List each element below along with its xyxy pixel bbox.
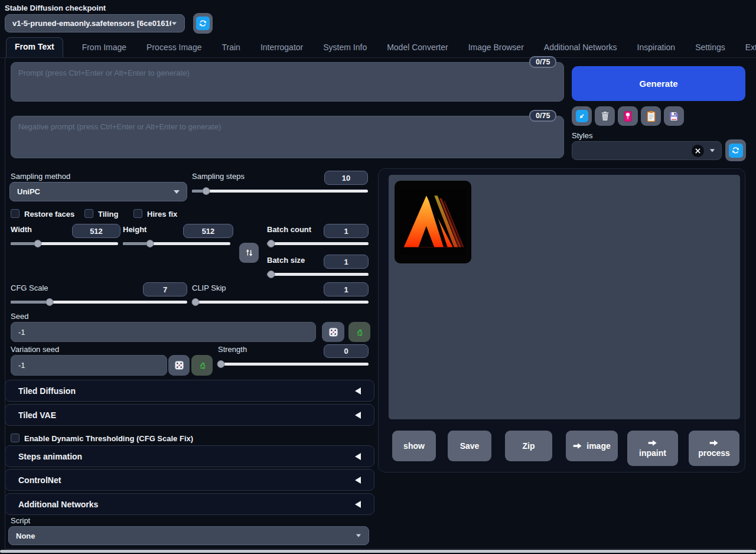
tab-extensions[interactable]: Extensions (744, 39, 756, 57)
flower-card-icon (623, 110, 633, 122)
send-to-image-button[interactable]: image (566, 431, 618, 461)
hires-fix-checkbox[interactable] (133, 209, 142, 218)
prompt-input[interactable] (11, 62, 564, 102)
styles-clear-icon[interactable] (692, 145, 704, 157)
arrow-right-icon (573, 442, 582, 449)
width-slider[interactable] (11, 240, 118, 247)
tab-model-converter[interactable]: Model Converter (386, 39, 449, 57)
show-button[interactable]: show (392, 431, 436, 461)
recycle-icon (197, 360, 207, 370)
chevron-down-icon (710, 149, 715, 152)
send-to-process-label: process (698, 448, 730, 458)
checkpoint-refresh-button[interactable] (193, 13, 213, 34)
checkpoint-dropdown[interactable]: v1-5-pruned-emaonly.safetensors [6ce0161… (5, 14, 185, 32)
dynamic-thresholding-checkbox[interactable] (11, 434, 19, 442)
horizontal-scrollbar[interactable] (0, 550, 756, 553)
tab-additional-networks[interactable]: Additional Networks (543, 39, 618, 57)
batch-size-input[interactable] (324, 255, 369, 269)
extra-networks-button[interactable] (618, 106, 638, 126)
tab-settings[interactable]: Settings (694, 39, 726, 57)
tab-process-image[interactable]: Process Image (145, 39, 203, 57)
tab-from-image[interactable]: From Image (81, 39, 128, 57)
generate-button[interactable]: Generate (572, 66, 745, 101)
collapse-arrow-icon (355, 477, 361, 484)
random-seed-button[interactable] (322, 322, 344, 342)
tab-train[interactable]: Train (220, 39, 241, 57)
negative-prompt-input[interactable] (11, 116, 564, 158)
paste-generation-params-button[interactable] (572, 106, 592, 126)
save-style-button[interactable] (664, 106, 684, 126)
random-variation-seed-button[interactable] (168, 355, 190, 376)
tab-inspiration[interactable]: Inspiration (636, 39, 677, 57)
script-dropdown[interactable]: None (8, 526, 369, 545)
chevron-down-icon (174, 190, 180, 194)
clipboard-icon (646, 110, 656, 122)
arrow-bottom-left-icon (576, 110, 588, 122)
sampling-method-dropdown[interactable]: UniPC (9, 182, 187, 201)
generated-image-thumbnail[interactable] (395, 181, 471, 263)
batch-count-input[interactable] (324, 224, 369, 238)
recycle-icon (354, 327, 364, 337)
tab-from-text[interactable]: From Text (6, 37, 63, 57)
batch-count-label: Batch count (267, 225, 311, 234)
accordion-title: Tiled VAE (18, 410, 56, 420)
batch-count-slider[interactable] (267, 240, 369, 247)
strength-input[interactable] (324, 344, 369, 358)
floppy-disk-icon (669, 111, 679, 122)
a1111-logo (400, 186, 466, 258)
seed-label: Seed (11, 312, 28, 321)
accordion-steps-animation[interactable]: Steps animation (5, 445, 374, 467)
apply-styles-button[interactable] (641, 106, 661, 126)
refresh-icon (729, 144, 743, 158)
strength-label: Strength (218, 345, 247, 354)
restore-faces-checkbox[interactable] (11, 209, 19, 218)
clear-prompt-button[interactable] (595, 106, 615, 126)
dynamic-thresholding-label: Enable Dynamic Thresholding (CFG Scale F… (24, 434, 193, 443)
tab-image-browser[interactable]: Image Browser (467, 39, 525, 57)
quick-actions-row (572, 106, 684, 126)
sampling-method-label: Sampling method (11, 172, 70, 181)
sampling-steps-slider[interactable] (192, 187, 368, 195)
accordion-controlnet[interactable]: ControlNet (5, 469, 374, 491)
tiling-label: Tiling (98, 210, 118, 219)
cfg-scale-slider[interactable] (11, 298, 187, 306)
tab-system-info[interactable]: System Info (322, 39, 368, 57)
width-input[interactable] (72, 224, 120, 238)
clip-skip-slider[interactable] (192, 298, 369, 306)
main-tabbar: From Text From Image Process Image Train… (0, 39, 756, 58)
zip-button[interactable]: Zip (505, 431, 552, 461)
reuse-seed-button[interactable] (348, 322, 370, 342)
swap-width-height-button[interactable] (239, 243, 259, 263)
variation-seed-input[interactable] (11, 355, 167, 376)
batch-size-slider[interactable] (267, 271, 369, 278)
variation-seed-label: Variation seed (11, 345, 59, 354)
height-slider[interactable] (123, 240, 230, 247)
accordion-title: Tiled Diffusion (18, 386, 76, 396)
save-button[interactable]: Save (448, 431, 491, 461)
height-input[interactable] (183, 224, 233, 238)
seed-input[interactable] (11, 322, 316, 342)
accordion-tiled-diffusion[interactable]: Tiled Diffusion (5, 380, 374, 402)
sampling-steps-input[interactable] (324, 171, 368, 185)
strength-slider[interactable] (218, 360, 369, 368)
tab-interrogator[interactable]: Interrogator (259, 39, 304, 57)
styles-select[interactable] (572, 141, 722, 160)
styles-label: Styles (572, 131, 592, 140)
sampling-steps-label: Sampling steps (192, 172, 245, 181)
restore-faces-label: Restore faces (24, 210, 74, 219)
send-to-inpaint-button[interactable]: inpaint (627, 431, 678, 466)
tiling-checkbox[interactable] (84, 209, 93, 218)
cfg-scale-input[interactable] (143, 282, 187, 296)
styles-refresh-button[interactable] (725, 139, 746, 161)
chevron-down-icon (172, 22, 177, 25)
cfg-scale-label: CFG Scale (11, 283, 48, 292)
sampling-method-value: UniPC (17, 187, 174, 196)
collapse-arrow-icon (355, 387, 361, 395)
accordion-tiled-vae[interactable]: Tiled VAE (5, 404, 374, 426)
send-to-process-button[interactable]: process (689, 431, 739, 466)
accordion-additional-networks[interactable]: Additional Networks (5, 493, 374, 515)
checkpoint-value: v1-5-pruned-emaonly.safetensors [6ce0161… (12, 19, 171, 28)
reuse-variation-seed-button[interactable] (191, 355, 213, 376)
width-label: Width (11, 225, 32, 234)
clip-skip-input[interactable] (324, 282, 369, 296)
